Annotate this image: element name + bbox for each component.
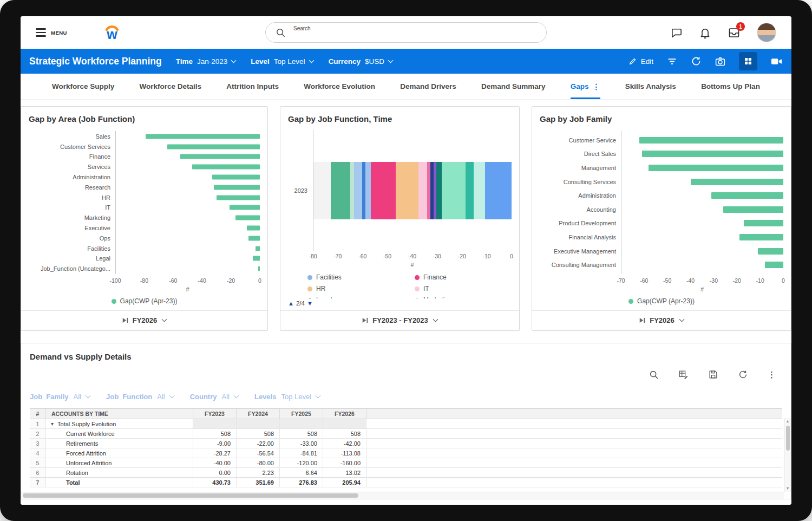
stacked-segment-8[interactable] <box>418 162 428 219</box>
header-filter-currency[interactable]: Currency$USD <box>329 57 392 66</box>
details-filter-job-function[interactable]: Job_FunctionAll <box>106 393 174 401</box>
bar[interactable] <box>691 179 783 185</box>
bar[interactable] <box>765 262 783 268</box>
table-refresh-icon[interactable] <box>738 369 748 380</box>
legend-label: Gap(CWP (Apr-23)) <box>637 297 695 305</box>
bar[interactable] <box>639 137 783 144</box>
stacked-segment-6[interactable] <box>371 162 396 219</box>
tab-label: Attrition Inputs <box>226 82 279 90</box>
tab-skills-analysis[interactable]: Skills Analysis <box>625 74 676 99</box>
bar[interactable] <box>758 248 783 255</box>
bar[interactable] <box>247 225 260 230</box>
chat-icon[interactable] <box>670 27 683 39</box>
workday-logo[interactable]: w <box>102 23 122 42</box>
filter-label: Currency <box>329 57 361 66</box>
pager-up-icon[interactable]: ▲ <box>288 300 294 307</box>
filter-value: Jan-2023 <box>197 57 227 66</box>
bar[interactable] <box>217 195 260 200</box>
vertical-scrollbar[interactable]: ▲ ▼ <box>784 418 791 492</box>
details-filter-levels[interactable]: LevelsTop Level <box>254 393 320 401</box>
stacked-segment-2[interactable] <box>350 162 354 219</box>
header-filter-level[interactable]: LevelTop Level <box>251 57 313 66</box>
stacked-segment-12[interactable] <box>436 162 442 219</box>
scroll-down-icon[interactable]: ▼ <box>786 485 790 492</box>
table-row-retirements[interactable]: 3Retirements-9.00-22.00-33.00-42.00 <box>30 439 782 448</box>
tab-workforce-details[interactable]: Workforce Details <box>140 74 202 99</box>
notifications-bell-icon[interactable] <box>699 27 711 39</box>
tab-demand-summary[interactable]: Demand Summary <box>481 74 546 99</box>
table-export-icon[interactable] <box>678 369 689 380</box>
cell-forced-attrition-fy2023: -28.27 <box>193 448 237 458</box>
bar-row: Administration <box>540 192 783 199</box>
vertical-scroll-thumb[interactable] <box>786 426 790 451</box>
stacked-segment-1[interactable] <box>331 162 351 219</box>
x-tick-label: 0 <box>782 277 785 284</box>
table-save-icon[interactable] <box>708 369 718 380</box>
stacked-segment-5[interactable] <box>365 162 371 219</box>
bar[interactable] <box>214 185 260 190</box>
horizontal-scrollbar[interactable] <box>21 492 784 499</box>
bar[interactable] <box>192 165 260 170</box>
search-input[interactable]: Search <box>265 22 547 43</box>
category-label: Management <box>540 165 621 171</box>
stacked-segment-14[interactable] <box>466 162 474 219</box>
bar[interactable] <box>642 151 783 157</box>
stacked-segment-7[interactable] <box>396 162 418 219</box>
bar[interactable] <box>230 205 260 210</box>
video-icon[interactable] <box>770 55 783 68</box>
tab-workforce-evolution[interactable]: Workforce Evolution <box>304 74 375 99</box>
bar[interactable] <box>744 220 783 226</box>
tab-demand-drivers[interactable]: Demand Drivers <box>400 74 456 99</box>
menu-button[interactable]: MENU <box>36 28 67 37</box>
collapse-icon[interactable]: ▾ <box>51 421 54 427</box>
grid-view-button[interactable] <box>739 52 757 70</box>
bar-track <box>115 184 260 191</box>
table-row-forced-attrition[interactable]: 4Forced Attrition-28.27-56.54-84.81-113.… <box>30 448 782 458</box>
scroll-up-icon[interactable]: ▲ <box>786 418 790 425</box>
bar[interactable] <box>146 134 260 139</box>
tab-gaps[interactable]: Gaps⋮ <box>571 74 600 99</box>
bar[interactable] <box>711 192 783 199</box>
edit-button[interactable]: Edit <box>628 57 653 66</box>
table-row-unforced-attrition[interactable]: 5Unforced Attrition-40.00-80.00-120.00-1… <box>30 458 782 468</box>
tab-workforce-supply[interactable]: Workforce Supply <box>52 74 114 99</box>
bar[interactable] <box>258 266 260 271</box>
table-row-current-workforce[interactable]: 2Current Workforce508508508508 <box>30 429 782 439</box>
refresh-icon[interactable] <box>691 56 702 67</box>
avatar[interactable] <box>757 23 776 42</box>
tab-menu-icon[interactable]: ⋮ <box>593 82 600 91</box>
table-row-total[interactable]: 7Total430.73351.69276.83205.94 <box>30 478 782 487</box>
bar[interactable] <box>235 216 260 220</box>
tab-attrition-inputs[interactable]: Attrition Inputs <box>226 74 279 99</box>
bar[interactable] <box>248 236 260 240</box>
bar[interactable] <box>212 174 260 179</box>
stacked-segment-15[interactable] <box>474 162 486 219</box>
filter-icon[interactable] <box>666 56 678 67</box>
header-filter-time[interactable]: TimeJan-2023 <box>176 57 236 66</box>
bar[interactable] <box>167 144 260 149</box>
tab-bottoms-up-plan[interactable]: Bottoms Up Plan <box>701 74 760 99</box>
inbox-tray-icon[interactable]: 1 <box>728 26 741 39</box>
details-filter-country[interactable]: CountryAll <box>190 393 238 401</box>
bar[interactable] <box>739 234 783 240</box>
skip-to-end-icon <box>639 317 645 323</box>
stacked-segment-16[interactable] <box>485 162 512 219</box>
table-more-icon[interactable]: ⋮ <box>768 370 776 379</box>
pager-down-icon[interactable]: ▼ <box>307 300 313 307</box>
stacked-segment-3[interactable] <box>354 162 362 219</box>
details-filter-job-family[interactable]: Job_FamilyAll <box>30 393 90 401</box>
bar[interactable] <box>649 165 783 171</box>
chart-period-selector[interactable]: FY2023 - FY2023 <box>280 310 519 330</box>
chart-period-selector[interactable]: FY2026 <box>532 310 791 330</box>
horizontal-scroll-thumb[interactable] <box>23 493 358 498</box>
bar[interactable] <box>180 154 260 159</box>
table-row-total-supply-evolution[interactable]: 1▾Total Supply Evolution <box>30 419 782 429</box>
stacked-segment-13[interactable] <box>442 162 466 219</box>
bar[interactable] <box>723 206 783 213</box>
table-row-rotation[interactable]: 6Rotation0.002.236.6413.02 <box>30 468 782 478</box>
camera-icon[interactable] <box>715 56 726 67</box>
table-search-icon[interactable] <box>649 370 659 380</box>
chart-period-selector[interactable]: FY2026 <box>21 310 267 330</box>
bar[interactable] <box>256 246 260 251</box>
bar[interactable] <box>253 256 260 261</box>
